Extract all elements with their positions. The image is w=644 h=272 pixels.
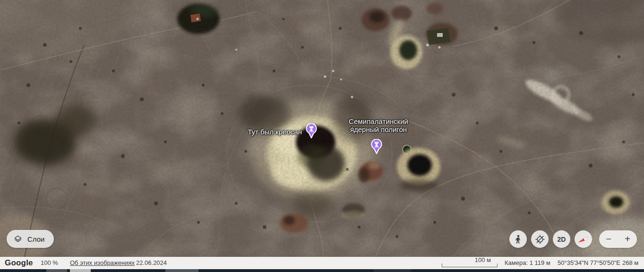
pegman-icon [513,234,524,245]
zoom-out-button[interactable]: − [599,230,618,248]
placemark-pin-kreosan[interactable] [305,123,318,139]
toggle-2d-label: 2D [558,236,566,243]
landmark-pin-icon [305,123,318,139]
imagery-date: 22.06.2024 [136,257,167,269]
taskbar-strip [0,269,644,272]
taskbar-item [46,269,67,272]
taskbar-item [70,269,91,272]
map-scale-bar: 100 м [442,257,498,269]
toggle-2d-button[interactable]: 2D [553,230,570,248]
camera-altitude: Камера: 1 119 м [505,257,550,269]
placemark-label-polygon[interactable]: Семипала́тинский я́дерный полиго́н [349,117,408,133]
compass-button[interactable] [575,230,592,248]
google-earth-window: Тут был креосан Семипала́тинский я́дерны… [0,0,644,272]
landmark-pin-icon [370,139,383,154]
zoom-percent: 100 % [41,257,58,269]
zoom-in-button[interactable]: + [618,230,637,248]
my-location-off-button[interactable] [531,230,549,248]
coordinates: 50°35'34"N 77°50'50"E [558,257,620,269]
pegman-button[interactable] [509,230,527,248]
taskbar-item [165,269,198,272]
google-logo: Google [5,257,33,269]
layers-button-label: Слои [27,235,44,243]
satellite-imagery [0,0,644,257]
placemark-label-line2: я́дерный полиго́н [349,125,408,133]
compass-needle-icon [577,233,590,246]
layers-button[interactable]: Слои [7,230,54,248]
elevation: 268 м [622,257,638,269]
placemark-label-line1: Семипала́тинский [349,117,408,125]
layers-icon [13,234,23,244]
placemark-label-kreosan[interactable]: Тут был креосан [248,128,305,136]
zoom-control: − + [599,230,637,248]
placemark-pin-polygon[interactable] [370,139,383,154]
scale-bracket [442,263,498,267]
imagery-info-link[interactable]: Об этих изображениях [70,257,135,269]
status-bar: Google 100 % Об этих изображениях 22.06.… [0,257,644,269]
satellite-map[interactable]: Тут был креосан Семипала́тинский я́дерны… [0,0,644,257]
scale-label: 100 м [475,256,491,264]
location-off-icon [535,234,545,245]
taskbar-item [373,269,411,272]
